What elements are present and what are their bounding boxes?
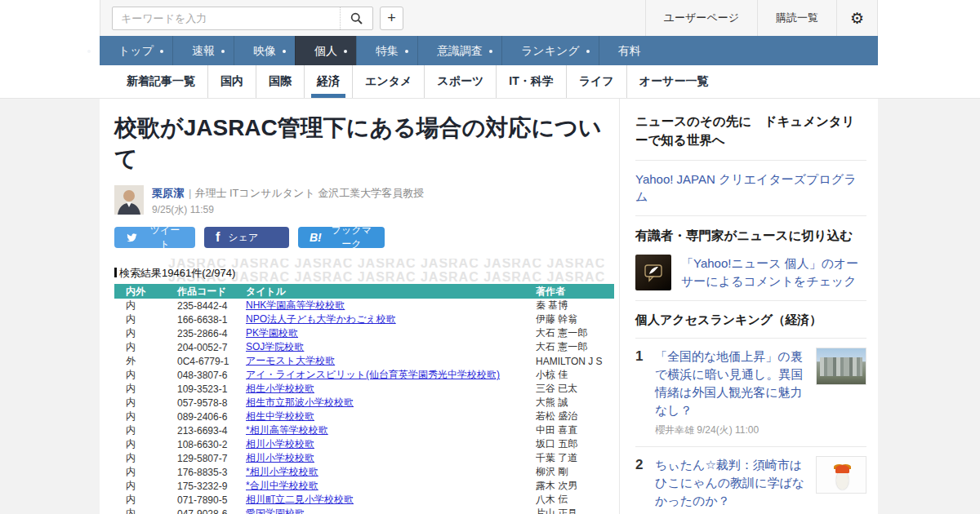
nav-tab-ranking[interactable]: ランキング	[501, 36, 599, 65]
author-comments-link[interactable]: 「Yahoo!ニュース 個人」のオーサーによるコメントをチェック	[681, 255, 866, 290]
work-title-link[interactable]: アイ・ライオンスピリット(仙台育英学園秀光中学校校歌)	[246, 369, 500, 380]
hatena-button-label: ブックマーク	[330, 224, 373, 251]
cell-inout: 外	[114, 354, 177, 368]
search-button[interactable]	[340, 7, 372, 29]
search-box	[112, 7, 373, 30]
divider	[635, 300, 866, 301]
nav-tab-paid[interactable]: 有料	[599, 36, 660, 65]
cell-author: 大石 憲一郎	[536, 340, 614, 354]
ranking-item-2: 2ちぃたん☆裁判：須崎市はひこにゃんの教訓に学ばなかったのか？栗原潔 9/23(…	[635, 446, 866, 514]
table-row: 外0C4-6779-1アーモスト大学校歌HAMILTON J S	[114, 354, 614, 368]
subnav-item-it-science[interactable]: IT・科学	[497, 65, 565, 98]
comment-feather-icon[interactable]	[635, 255, 671, 290]
cell-title: 相生市立那波小学校校歌	[246, 396, 536, 410]
nav-row: トップ速報映像個人特集意識調査ランキング有料	[0, 36, 980, 65]
ranking-article-link[interactable]: 「全国的な地価上昇」の裏で横浜に暗い見通し。異国情緒は外国人観光客に魅力なし？	[655, 348, 808, 419]
cell-author: 若松 盛治	[536, 410, 614, 423]
cell-work-code: 071-7890-5	[177, 493, 246, 507]
cell-work-code: 108-6630-2	[177, 437, 246, 451]
cell-inout: 内	[114, 326, 177, 340]
cell-author: 八木 伝	[536, 493, 614, 507]
cell-author: 伊藤 幹翁	[536, 312, 614, 326]
cell-inout: 内	[114, 382, 177, 396]
cell-work-code: 235-2866-4	[177, 326, 246, 340]
category-nav: 新着記事一覧国内国際経済エンタメスポーツIT・科学ライフオーサー一覧	[114, 65, 980, 98]
divider	[635, 215, 866, 216]
tweet-button-label: ツイート	[146, 224, 184, 251]
work-title-link[interactable]: 相川小学校校歌	[246, 438, 314, 450]
cell-work-code: 089-2406-6	[177, 410, 246, 423]
subnav-item-life[interactable]: ライフ	[567, 65, 626, 98]
cell-author: 三谷 已太	[536, 382, 614, 396]
work-title-link[interactable]: *相川高等学校校歌	[246, 424, 328, 436]
rank-body: 「全国的な地価上昇」の裏で横浜に暗い見通し。異国情緒は外国人観光客に魅力なし？櫻…	[655, 348, 816, 437]
column-header-3: 著作者	[536, 284, 614, 299]
cell-author: 片山 正見	[536, 507, 614, 514]
article-column: 校歌がJASRAC管理下にある場合の対応について 栗原潔|弁理士 ITコンサルタ…	[100, 99, 619, 514]
hatena-bookmark-button[interactable]: B! ブックマーク	[298, 227, 385, 248]
subnav-item-economy[interactable]: 経済	[305, 65, 352, 98]
promo1-heading: ニュースのその先に ドキュメンタリーで知る世界へ	[635, 112, 866, 150]
author-row: 栗原潔|弁理士 ITコンサルタント 金沢工業大学客員教授 9/25(水) 11:…	[114, 185, 608, 217]
work-title-link[interactable]: NPO法人子ども大学かわごえ校歌	[246, 313, 396, 325]
cell-inout: 内	[114, 479, 177, 493]
twitter-bird-icon	[126, 233, 138, 243]
table-row: 内057-9578-8相生市立那波小学校校歌大熊 誠	[114, 396, 614, 410]
subnav-item-sports[interactable]: スポーツ	[425, 65, 496, 98]
subnav-item-authors[interactable]: オーサー一覧	[627, 65, 721, 98]
result-summary: 検索結果19461件(2/974)	[114, 259, 608, 281]
user-page-link[interactable]: ユーザーページ	[645, 0, 757, 36]
tweet-button[interactable]: ツイート	[114, 227, 195, 248]
cell-work-code: 109-3523-1	[177, 382, 246, 396]
table-row: 内235-8442-4NHK学園高等学校校歌秦 基博	[114, 299, 614, 312]
table-row: 内175-3232-9*合川中学校校歌露木 次男	[114, 479, 614, 493]
cell-title: *相川高等学校校歌	[246, 423, 536, 437]
cell-title: SOJ学院校歌	[246, 340, 536, 354]
work-title-link[interactable]: *相川小学校校歌	[246, 466, 318, 477]
ranking-item-1: 1「全国的な地価上昇」の裏で横浜に暗い見通し。異国情緒は外国人観光客に魅力なし？…	[635, 338, 866, 446]
cell-title: 相生中学校校歌	[246, 410, 536, 423]
ranking-article-link[interactable]: ちぃたん☆裁判：須崎市はひこにゃんの教訓に学ばなかったのか？	[655, 456, 808, 509]
table-row: 内166-6638-1NPO法人子ども大学かわごえ校歌伊藤 幹翁	[114, 312, 614, 326]
author-line: 栗原潔|弁理士 ITコンサルタント 金沢工業大学客員教授	[152, 186, 424, 201]
cell-title: 愛国学園校歌	[246, 507, 536, 514]
work-title-link[interactable]: NHK学園高等学校校歌	[246, 299, 345, 311]
work-title-link[interactable]: *合川中学校校歌	[246, 480, 318, 491]
cell-title: 相生小学校校歌	[246, 382, 536, 396]
work-title-link[interactable]: アーモスト大学校歌	[246, 355, 335, 366]
avatar[interactable]	[114, 185, 144, 215]
cell-author: 大熊 誠	[536, 396, 614, 410]
work-title-link[interactable]: 相生市立那波小学校校歌	[246, 397, 354, 408]
ranking-thumbnail-1[interactable]	[816, 348, 866, 385]
author-name-link[interactable]: 栗原潔	[152, 187, 184, 199]
subscriptions-link[interactable]: 購読一覧	[757, 0, 836, 36]
cell-inout: 内	[114, 410, 177, 423]
settings-button[interactable]: ⚙	[836, 0, 877, 36]
table-row: 内129-5807-7相川小学校校歌千葉 了道	[114, 451, 614, 465]
table-row: 内109-3523-1相生小学校校歌三谷 已太	[114, 382, 614, 396]
search-input[interactable]	[113, 7, 340, 29]
ranking-thumbnail-2[interactable]	[816, 456, 866, 494]
subnav-item-international[interactable]: 国際	[256, 65, 304, 98]
work-title-link[interactable]: 相生中学校校歌	[246, 410, 314, 422]
topbar: + ユーザーページ 購読一覧 ⚙	[100, 0, 878, 36]
table-row: 内071-7890-5相川町立二見小学校校歌八木 伝	[114, 493, 614, 507]
topbar-right: ユーザーページ 購読一覧 ⚙	[645, 0, 877, 36]
works-table: 内外作品コードタイトル著作者 内235-8442-4NHK学園高等学校校歌秦 基…	[114, 284, 614, 514]
work-title-link[interactable]: 相川町立二見小学校校歌	[246, 494, 354, 505]
cell-title: PK学園校歌	[246, 326, 536, 340]
hatena-icon: B!	[310, 231, 322, 244]
add-keyword-button[interactable]: +	[380, 7, 403, 30]
subnav-item-entertainment[interactable]: エンタメ	[353, 65, 424, 98]
work-title-link[interactable]: SOJ学院校歌	[246, 341, 304, 352]
facebook-icon: f	[216, 230, 220, 245]
work-title-link[interactable]: PK学園校歌	[246, 327, 298, 339]
work-title-link[interactable]: 相生小学校校歌	[246, 383, 314, 394]
facebook-share-button[interactable]: f シェア	[204, 227, 289, 248]
work-title-link[interactable]: 相川小学校校歌	[246, 452, 314, 463]
table-row: 内047-9028-6愛国学園校歌片山 正見	[114, 507, 614, 514]
subnav-item-domestic[interactable]: 国内	[208, 65, 256, 98]
subnav-item-new-articles[interactable]: 新着記事一覧	[114, 65, 207, 98]
creators-program-link[interactable]: Yahoo! JAPAN クリエイターズプログラム	[635, 171, 866, 206]
work-title-link[interactable]: 愛国学園校歌	[246, 507, 305, 514]
